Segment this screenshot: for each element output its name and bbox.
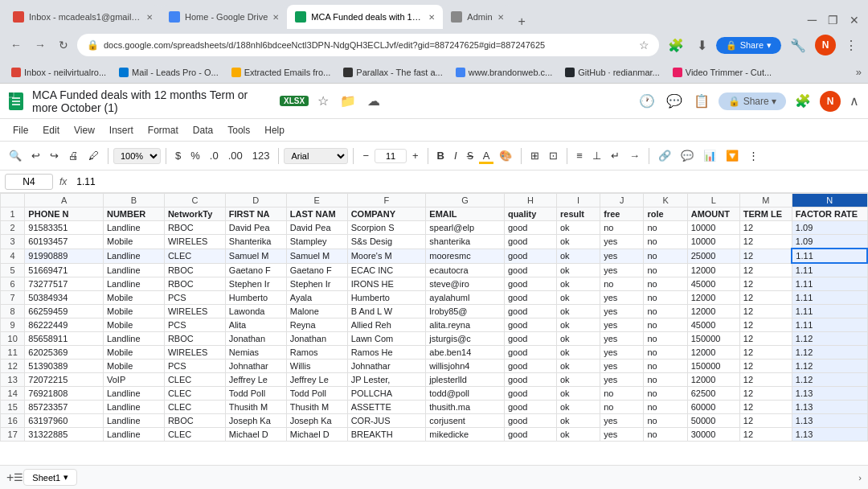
add-sheet-button[interactable]: + [6, 471, 14, 485]
table-cell[interactable]: POLLCHA [347, 387, 426, 401]
table-cell[interactable]: good [504, 387, 556, 401]
table-cell[interactable]: no [644, 346, 687, 360]
table-cell[interactable]: PCS [164, 291, 225, 305]
table-cell[interactable]: Mobile [103, 360, 164, 373]
table-cell[interactable]: good [504, 291, 556, 305]
table-cell[interactable]: yes [600, 360, 644, 373]
tab-admin[interactable]: Admin ✕ [443, 5, 511, 29]
table-cell[interactable]: Michael D [286, 428, 347, 442]
italic-button[interactable]: I [450, 147, 461, 164]
table-cell[interactable]: no [600, 387, 644, 401]
table-cell[interactable]: 62025369 [25, 346, 104, 360]
table-cell[interactable]: ok [557, 221, 600, 235]
table-cell[interactable]: Thusith M [225, 401, 286, 414]
table-cell[interactable]: ok [557, 318, 600, 332]
table-cell[interactable]: Malone [286, 305, 347, 318]
table-cell[interactable]: Johnathar [225, 360, 286, 373]
table-cell[interactable]: willisjohn4 [426, 360, 505, 373]
row-header[interactable]: 10 [1, 332, 25, 346]
table-cell[interactable]: no [644, 428, 687, 442]
cloud-status-button[interactable]: ☁ [365, 91, 383, 111]
hide-menus-button[interactable]: ∧ [847, 91, 862, 111]
table-cell[interactable]: no [644, 387, 687, 401]
table-cell[interactable]: Jonathan [225, 332, 286, 346]
table-cell[interactable]: good [504, 428, 556, 442]
tab-drive[interactable]: Home - Google Drive ✕ [161, 5, 287, 29]
table-cell[interactable]: 12 [739, 414, 792, 428]
table-cell[interactable]: WIRELES [164, 305, 225, 318]
table-cell[interactable]: jsturgis@c [426, 332, 505, 346]
borders-button[interactable]: ⊞ [526, 147, 543, 164]
table-cell[interactable]: 50000 [687, 414, 739, 428]
col-header-j[interactable]: J [600, 194, 644, 208]
table-cell[interactable]: 12 [739, 221, 792, 235]
table-cell[interactable]: shanterika [426, 235, 505, 249]
row-header[interactable]: 2 [1, 221, 25, 235]
tab-admin-close[interactable]: ✕ [497, 13, 504, 22]
table-cell[interactable]: Landline [103, 221, 164, 235]
table-cell[interactable]: 51669471 [25, 263, 104, 277]
table-cell[interactable]: ok [557, 277, 600, 291]
restore-button[interactable]: ❐ [824, 11, 842, 29]
col-header-f[interactable]: F [347, 194, 426, 208]
table-cell[interactable]: B And L W [347, 305, 426, 318]
table-cell[interactable]: 1.09 [792, 235, 867, 249]
table-cell[interactable]: no [644, 249, 687, 263]
insert-link-button[interactable]: 🔗 [654, 147, 675, 164]
table-cell[interactable]: 1.12 [792, 346, 867, 360]
table-cell[interactable]: 63197960 [25, 414, 104, 428]
row-header[interactable]: 7 [1, 291, 25, 305]
table-cell[interactable]: Humberto [225, 291, 286, 305]
star-button[interactable]: ☆ [315, 91, 331, 111]
scroll-right[interactable]: › [858, 473, 862, 483]
currency-button[interactable]: $ [171, 147, 185, 164]
table-cell[interactable]: Mobile [103, 235, 164, 249]
filter-button[interactable]: 🔽 [722, 147, 743, 164]
table-cell[interactable]: Nemias [225, 346, 286, 360]
table-cell[interactable]: good [504, 401, 556, 414]
table-cell[interactable]: RBOC [164, 414, 225, 428]
table-cell[interactable]: Stampley [286, 235, 347, 249]
table-cell[interactable]: 150000 [687, 332, 739, 346]
extension-puzzle-icon[interactable]: 🧩 [664, 36, 688, 55]
table-cell[interactable]: yes [600, 414, 644, 428]
table-cell[interactable]: alita.reyna [426, 318, 505, 332]
table-cell[interactable]: mikedicke [426, 428, 505, 442]
more-toolbar-button[interactable]: ⋮ [744, 147, 763, 164]
table-cell[interactable]: no [644, 291, 687, 305]
number-format-button[interactable]: 123 [248, 147, 274, 164]
table-cell[interactable]: 1.11 [792, 318, 867, 332]
table-cell[interactable]: no [644, 277, 687, 291]
font-color-button[interactable]: A [479, 147, 494, 164]
row-header[interactable]: 12 [1, 360, 25, 373]
table-cell[interactable]: 66259459 [25, 305, 104, 318]
table-cell[interactable]: Alita [225, 318, 286, 332]
sheets-share-button[interactable]: 🔒 Share ▾ [719, 92, 786, 110]
table-cell[interactable]: Michael D [225, 428, 286, 442]
table-cell[interactable]: PHONE N [25, 208, 104, 221]
menu-format[interactable]: Format [141, 122, 185, 138]
sheets-user-avatar[interactable]: N [820, 91, 841, 112]
table-cell[interactable]: Landline [103, 263, 164, 277]
table-cell[interactable]: Mobile [103, 291, 164, 305]
redo-button[interactable]: ↪ [46, 147, 63, 164]
table-cell[interactable]: 1.11 [792, 277, 867, 291]
table-cell[interactable]: WIRELES [164, 235, 225, 249]
table-cell[interactable]: CLEC [164, 428, 225, 442]
bookmark-parallax[interactable]: Parallax - The fast a... [338, 66, 447, 79]
table-cell[interactable]: Jeffrey Le [225, 373, 286, 387]
table-cell[interactable]: no [644, 401, 687, 414]
table-cell[interactable]: Joseph Ka [225, 414, 286, 428]
col-header-n[interactable]: N [792, 194, 867, 208]
menu-view[interactable]: View [68, 122, 101, 138]
table-cell[interactable]: yes [600, 318, 644, 332]
table-cell[interactable]: Landline [103, 249, 164, 263]
table-cell[interactable]: ok [557, 373, 600, 387]
table-cell[interactable]: ok [557, 414, 600, 428]
table-cell[interactable]: Ramos He [347, 346, 426, 360]
minimize-button[interactable]: ─ [804, 11, 821, 29]
table-cell[interactable]: FACTOR RATE [792, 208, 867, 221]
paint-format-button[interactable]: 🖊 [84, 147, 103, 164]
table-cell[interactable]: Thusith M [286, 401, 347, 414]
table-cell[interactable]: 12 [739, 401, 792, 414]
